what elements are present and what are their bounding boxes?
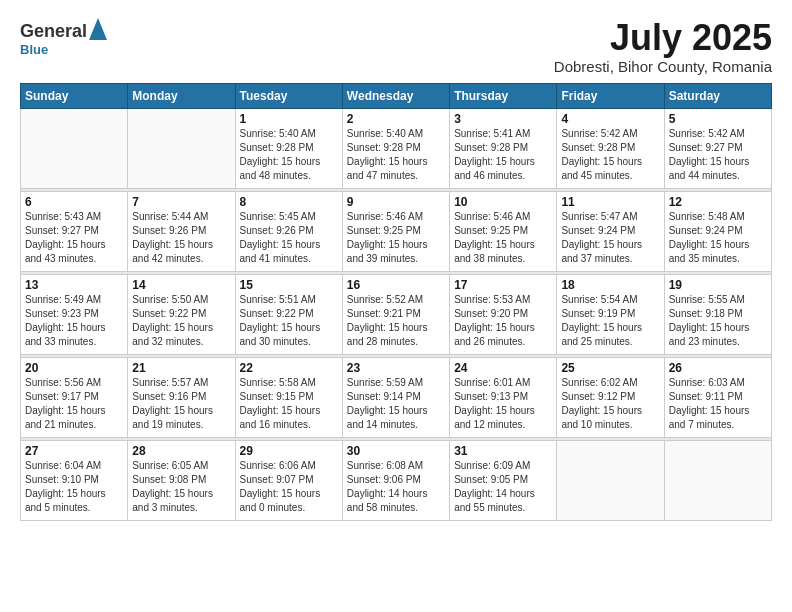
month-title: July 2025 [554, 18, 772, 58]
day-info: Sunrise: 6:05 AM Sunset: 9:08 PM Dayligh… [132, 459, 230, 515]
day-number: 7 [132, 195, 230, 209]
location-title: Dobresti, Bihor County, Romania [554, 58, 772, 75]
day-number: 29 [240, 444, 338, 458]
logo-icon [89, 18, 107, 40]
table-row [664, 440, 771, 520]
day-info: Sunrise: 5:45 AM Sunset: 9:26 PM Dayligh… [240, 210, 338, 266]
calendar-week-row: 1Sunrise: 5:40 AM Sunset: 9:28 PM Daylig… [21, 108, 772, 188]
table-row: 23Sunrise: 5:59 AM Sunset: 9:14 PM Dayli… [342, 357, 449, 437]
day-info: Sunrise: 5:41 AM Sunset: 9:28 PM Dayligh… [454, 127, 552, 183]
table-row: 19Sunrise: 5:55 AM Sunset: 9:18 PM Dayli… [664, 274, 771, 354]
table-row: 25Sunrise: 6:02 AM Sunset: 9:12 PM Dayli… [557, 357, 664, 437]
day-info: Sunrise: 6:02 AM Sunset: 9:12 PM Dayligh… [561, 376, 659, 432]
day-number: 1 [240, 112, 338, 126]
day-number: 15 [240, 278, 338, 292]
day-number: 22 [240, 361, 338, 375]
logo-blue: Blue [20, 42, 48, 57]
table-row: 21Sunrise: 5:57 AM Sunset: 9:16 PM Dayli… [128, 357, 235, 437]
day-info: Sunrise: 5:57 AM Sunset: 9:16 PM Dayligh… [132, 376, 230, 432]
table-row: 8Sunrise: 5:45 AM Sunset: 9:26 PM Daylig… [235, 191, 342, 271]
day-number: 17 [454, 278, 552, 292]
table-row: 14Sunrise: 5:50 AM Sunset: 9:22 PM Dayli… [128, 274, 235, 354]
day-info: Sunrise: 5:51 AM Sunset: 9:22 PM Dayligh… [240, 293, 338, 349]
calendar-week-row: 20Sunrise: 5:56 AM Sunset: 9:17 PM Dayli… [21, 357, 772, 437]
day-number: 28 [132, 444, 230, 458]
day-number: 2 [347, 112, 445, 126]
day-info: Sunrise: 5:58 AM Sunset: 9:15 PM Dayligh… [240, 376, 338, 432]
col-friday: Friday [557, 83, 664, 108]
table-row: 15Sunrise: 5:51 AM Sunset: 9:22 PM Dayli… [235, 274, 342, 354]
table-row: 12Sunrise: 5:48 AM Sunset: 9:24 PM Dayli… [664, 191, 771, 271]
table-row: 30Sunrise: 6:08 AM Sunset: 9:06 PM Dayli… [342, 440, 449, 520]
day-info: Sunrise: 5:48 AM Sunset: 9:24 PM Dayligh… [669, 210, 767, 266]
day-info: Sunrise: 5:54 AM Sunset: 9:19 PM Dayligh… [561, 293, 659, 349]
day-number: 16 [347, 278, 445, 292]
table-row: 16Sunrise: 5:52 AM Sunset: 9:21 PM Dayli… [342, 274, 449, 354]
day-info: Sunrise: 6:01 AM Sunset: 9:13 PM Dayligh… [454, 376, 552, 432]
table-row: 18Sunrise: 5:54 AM Sunset: 9:19 PM Dayli… [557, 274, 664, 354]
day-number: 20 [25, 361, 123, 375]
day-number: 14 [132, 278, 230, 292]
day-number: 6 [25, 195, 123, 209]
col-wednesday: Wednesday [342, 83, 449, 108]
day-info: Sunrise: 5:44 AM Sunset: 9:26 PM Dayligh… [132, 210, 230, 266]
day-number: 26 [669, 361, 767, 375]
table-row: 26Sunrise: 6:03 AM Sunset: 9:11 PM Dayli… [664, 357, 771, 437]
table-row: 7Sunrise: 5:44 AM Sunset: 9:26 PM Daylig… [128, 191, 235, 271]
day-number: 4 [561, 112, 659, 126]
table-row: 22Sunrise: 5:58 AM Sunset: 9:15 PM Dayli… [235, 357, 342, 437]
day-info: Sunrise: 6:06 AM Sunset: 9:07 PM Dayligh… [240, 459, 338, 515]
col-tuesday: Tuesday [235, 83, 342, 108]
day-info: Sunrise: 5:46 AM Sunset: 9:25 PM Dayligh… [454, 210, 552, 266]
day-number: 23 [347, 361, 445, 375]
day-number: 31 [454, 444, 552, 458]
table-row: 29Sunrise: 6:06 AM Sunset: 9:07 PM Dayli… [235, 440, 342, 520]
day-number: 12 [669, 195, 767, 209]
table-row: 9Sunrise: 5:46 AM Sunset: 9:25 PM Daylig… [342, 191, 449, 271]
day-info: Sunrise: 6:08 AM Sunset: 9:06 PM Dayligh… [347, 459, 445, 515]
day-number: 24 [454, 361, 552, 375]
day-number: 5 [669, 112, 767, 126]
table-row: 4Sunrise: 5:42 AM Sunset: 9:28 PM Daylig… [557, 108, 664, 188]
table-row: 17Sunrise: 5:53 AM Sunset: 9:20 PM Dayli… [450, 274, 557, 354]
calendar-week-row: 13Sunrise: 5:49 AM Sunset: 9:23 PM Dayli… [21, 274, 772, 354]
table-row: 27Sunrise: 6:04 AM Sunset: 9:10 PM Dayli… [21, 440, 128, 520]
header: General Blue July 2025 Dobresti, Bihor C… [20, 18, 772, 75]
day-info: Sunrise: 5:50 AM Sunset: 9:22 PM Dayligh… [132, 293, 230, 349]
title-section: July 2025 Dobresti, Bihor County, Romani… [554, 18, 772, 75]
table-row: 5Sunrise: 5:42 AM Sunset: 9:27 PM Daylig… [664, 108, 771, 188]
day-number: 10 [454, 195, 552, 209]
table-row: 24Sunrise: 6:01 AM Sunset: 9:13 PM Dayli… [450, 357, 557, 437]
page: General Blue July 2025 Dobresti, Bihor C… [0, 0, 792, 612]
day-info: Sunrise: 5:40 AM Sunset: 9:28 PM Dayligh… [240, 127, 338, 183]
calendar-table: Sunday Monday Tuesday Wednesday Thursday… [20, 83, 772, 521]
calendar-week-row: 6Sunrise: 5:43 AM Sunset: 9:27 PM Daylig… [21, 191, 772, 271]
calendar-week-row: 27Sunrise: 6:04 AM Sunset: 9:10 PM Dayli… [21, 440, 772, 520]
table-row: 13Sunrise: 5:49 AM Sunset: 9:23 PM Dayli… [21, 274, 128, 354]
day-number: 9 [347, 195, 445, 209]
day-number: 25 [561, 361, 659, 375]
logo: General Blue [20, 18, 107, 57]
day-info: Sunrise: 5:42 AM Sunset: 9:28 PM Dayligh… [561, 127, 659, 183]
day-info: Sunrise: 5:52 AM Sunset: 9:21 PM Dayligh… [347, 293, 445, 349]
day-info: Sunrise: 5:47 AM Sunset: 9:24 PM Dayligh… [561, 210, 659, 266]
day-number: 18 [561, 278, 659, 292]
table-row: 1Sunrise: 5:40 AM Sunset: 9:28 PM Daylig… [235, 108, 342, 188]
col-saturday: Saturday [664, 83, 771, 108]
day-number: 21 [132, 361, 230, 375]
day-number: 8 [240, 195, 338, 209]
day-info: Sunrise: 5:49 AM Sunset: 9:23 PM Dayligh… [25, 293, 123, 349]
day-number: 3 [454, 112, 552, 126]
day-number: 19 [669, 278, 767, 292]
day-info: Sunrise: 6:09 AM Sunset: 9:05 PM Dayligh… [454, 459, 552, 515]
table-row [557, 440, 664, 520]
day-number: 27 [25, 444, 123, 458]
col-monday: Monday [128, 83, 235, 108]
table-row: 31Sunrise: 6:09 AM Sunset: 9:05 PM Dayli… [450, 440, 557, 520]
table-row: 20Sunrise: 5:56 AM Sunset: 9:17 PM Dayli… [21, 357, 128, 437]
day-info: Sunrise: 5:55 AM Sunset: 9:18 PM Dayligh… [669, 293, 767, 349]
day-info: Sunrise: 5:43 AM Sunset: 9:27 PM Dayligh… [25, 210, 123, 266]
day-info: Sunrise: 5:42 AM Sunset: 9:27 PM Dayligh… [669, 127, 767, 183]
table-row: 2Sunrise: 5:40 AM Sunset: 9:28 PM Daylig… [342, 108, 449, 188]
table-row [21, 108, 128, 188]
